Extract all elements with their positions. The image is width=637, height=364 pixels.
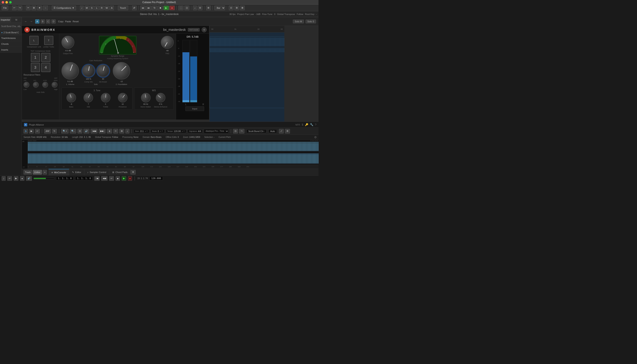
- pa-key-button[interactable]: 🔑: [305, 123, 308, 126]
- waveform-display[interactable]: dB -oo: [22, 140, 318, 169]
- comp-mix-knob[interactable]: [82, 64, 95, 77]
- deesser-knob[interactable]: [97, 64, 109, 77]
- edit-tool-1[interactable]: ✂: [26, 6, 30, 10]
- tempo-display-container[interactable]: Tempo 120.08 ▲▼: [166, 129, 186, 133]
- maximize-button[interactable]: [9, 1, 12, 4]
- sampler-play-button[interactable]: ▶: [29, 129, 34, 134]
- limiter-turbo-button[interactable]: T: [44, 36, 53, 45]
- mode-r[interactable]: R: [100, 6, 104, 10]
- warp-button[interactable]: 〜: [239, 129, 244, 134]
- inspector-chords[interactable]: Chords: [0, 41, 22, 47]
- bottom-play2[interactable]: ▶: [14, 176, 18, 181]
- bottom-transport-1[interactable]: |◀: [94, 176, 100, 181]
- treble-knob[interactable]: [101, 93, 110, 102]
- play-button[interactable]: ▶: [164, 6, 169, 10]
- bx-settings-button[interactable]: ⚙: [202, 27, 207, 32]
- volume-knob[interactable]: [62, 62, 79, 80]
- tab-chord-pads[interactable]: ⊞ Chord Pads: [109, 169, 130, 176]
- sampler-vol-dn[interactable]: 🔊: [84, 129, 89, 134]
- bottom-transport-2[interactable]: ◀◀: [101, 176, 108, 181]
- sampler-settings-button[interactable]: ⚙: [285, 129, 290, 134]
- close-button[interactable]: [2, 1, 4, 4]
- window-layout-1[interactable]: ⊡: [229, 6, 234, 10]
- bar-select[interactable]: Bar: [214, 6, 225, 10]
- sampler-back-button[interactable]: ↩: [35, 129, 40, 134]
- tmt-mode-3[interactable]: 3: [31, 63, 40, 72]
- nav-back-button[interactable]: ←: [24, 20, 27, 23]
- sampler-zoom-sel[interactable]: ⊡: [78, 129, 82, 134]
- bottom-transport-play[interactable]: ▶: [122, 176, 126, 181]
- minimize-button[interactable]: [6, 1, 8, 4]
- sampler-skip-right[interactable]: ▶▶|: [99, 129, 106, 134]
- bottom-metronome[interactable]: ♩: [2, 176, 6, 181]
- pa-dollar-button[interactable]: $: [302, 123, 303, 126]
- tab-mixconsole[interactable]: ≡ MixConsole: [48, 169, 69, 176]
- tmt-mode-1[interactable]: 1: [31, 53, 40, 62]
- solo-button-small[interactable]: Solo: [94, 83, 98, 86]
- resonance-knob-low-2[interactable]: [33, 82, 39, 88]
- marker-button[interactable]: ◫: [184, 6, 189, 10]
- resonance-knob-low-1[interactable]: [24, 82, 29, 88]
- preset-c[interactable]: C: [46, 19, 50, 24]
- foundation-knob[interactable]: [113, 62, 130, 80]
- score-button[interactable]: ♪: [193, 6, 197, 10]
- close-editor-button[interactable]: ×: [43, 170, 47, 174]
- go-end-button[interactable]: ⏭: [146, 6, 152, 10]
- full-screen-button[interactable]: ⛶: [178, 6, 184, 10]
- preset-a[interactable]: A: [35, 19, 39, 24]
- cycle-button[interactable]: ↻: [152, 6, 157, 10]
- tab-settings-button[interactable]: ⚙: [130, 170, 136, 174]
- mode-w[interactable]: W: [104, 6, 109, 10]
- beats-display[interactable]: Beats 0 ▲▼: [150, 129, 164, 133]
- record-button[interactable]: ●: [169, 6, 175, 10]
- file-button[interactable]: File: [2, 6, 8, 10]
- window-layout-2[interactable]: ⊞: [234, 6, 239, 10]
- sampler-cut[interactable]: ✂: [113, 129, 118, 134]
- thd-knob[interactable]: [161, 36, 174, 49]
- preset-b[interactable]: B: [40, 19, 45, 24]
- timecode-display[interactable]: 1. 1. 1. 0: [56, 176, 74, 180]
- sampler-zoom-out[interactable]: 🔍-: [70, 129, 76, 134]
- inspector-track-versions[interactable]: TrackVersions: [0, 35, 22, 41]
- metronome-button[interactable]: ♩: [80, 6, 84, 10]
- reset-button[interactable]: Reset: [73, 20, 79, 23]
- sampler-pause[interactable]: ⏸: [107, 129, 112, 134]
- arrow-button[interactable]: →: [43, 6, 48, 10]
- copy-button[interactable]: Copy: [58, 20, 64, 23]
- touch-button[interactable]: Touch: [118, 6, 128, 10]
- mode-m[interactable]: M: [84, 6, 89, 10]
- mode-a[interactable]: A: [110, 6, 114, 10]
- sampler-loop-button[interactable]: ⇄⇄: [44, 129, 51, 134]
- tab-visibility[interactable]: Vi: [11, 17, 22, 22]
- bottom-vol[interactable]: 🔊: [26, 176, 32, 181]
- pa-help-button[interactable]: ?: [315, 123, 316, 126]
- bars-beats-display[interactable]: 1. 1. 1. 0: [75, 176, 93, 180]
- signature-display[interactable]: Signature 4/4: [188, 129, 202, 133]
- mix-button[interactable]: ⇄: [132, 6, 137, 10]
- paste-button[interactable]: Paste: [65, 20, 71, 23]
- sampler-zoom-in[interactable]: 🔍+: [61, 129, 68, 134]
- star-button[interactable]: ★: [37, 6, 42, 10]
- editor-tab-button[interactable]: Editor: [33, 170, 42, 174]
- pa-tool-button[interactable]: 🔧: [310, 123, 313, 126]
- mono-maker-knob[interactable]: [141, 93, 150, 102]
- bottom-record2[interactable]: ●: [20, 176, 24, 181]
- input-button[interactable]: Input: [186, 106, 204, 111]
- bars-display[interactable]: Bars 211 ▲▼: [134, 129, 149, 133]
- tmt-mode-4[interactable]: 4: [41, 63, 50, 72]
- tab-inspector[interactable]: Inspector: [0, 17, 11, 22]
- track-name-display-bar[interactable]: Scott Bond Ch~: [246, 129, 266, 133]
- expand-button[interactable]: ⤢: [279, 129, 284, 134]
- tab-sampler-control[interactable]: ♪ Sampler Control: [84, 169, 109, 176]
- inspector-header-name[interactable]: ● 2 Scott Bond C: [0, 30, 22, 35]
- resonance-knob-high-1[interactable]: [42, 82, 48, 88]
- configurations-button[interactable]: ☰ Configurations ▼: [52, 6, 76, 10]
- inspector-inserts[interactable]: Inserts: [0, 47, 22, 53]
- preset-d[interactable]: D: [52, 19, 56, 24]
- presence-knob[interactable]: [118, 93, 128, 102]
- compressor-link-button[interactable]: L: [29, 36, 38, 45]
- snap-button[interactable]: ⊞: [206, 6, 211, 10]
- track-button[interactable]: Track: [24, 170, 32, 174]
- sampler-repeat-button[interactable]: ↻: [52, 129, 57, 134]
- mode-s[interactable]: S: [90, 6, 94, 10]
